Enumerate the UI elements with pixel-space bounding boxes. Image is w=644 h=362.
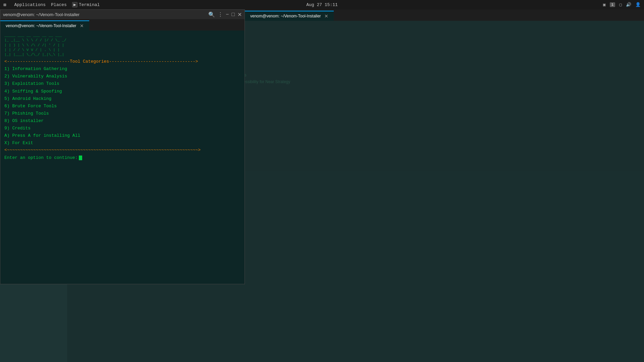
close-button[interactable]: ✕ <box>237 11 242 18</box>
cursor <box>79 156 82 160</box>
taskbar-left: ⊞ Applications Places ▶ Terminal <box>3 1 102 8</box>
terminal-icon: ▶ <box>72 2 77 7</box>
ascii-line1: _____ ___ __ ___ __ __ ___ <box>4 33 240 38</box>
menu-item-3: 3) Exploitation Tools <box>4 80 240 87</box>
app-grid-icon[interactable]: ⊞ <box>3 2 6 8</box>
user-icon: 👤 <box>635 2 641 7</box>
terminal-window-title: venom@venom: ~/Venom-Tool-Installer <box>3 12 79 17</box>
active-tab-label: venom@venom: ~/Venom-Tool-Installer <box>6 23 76 28</box>
menu-item-a: A) Press A for installing All <box>4 132 240 139</box>
second-tab-label: venom@venom: ~/Venom-Tool-Installer <box>250 14 321 18</box>
ascii-banner: _____ ___ __ ___ __ __ ___ |_ _|__ \ \ \… <box>4 33 240 57</box>
menu-item-6: 6) Brute Force Tools <box>4 103 240 110</box>
prompt-text: Enter an option to continue: <box>4 155 77 160</box>
menu-item-7: 7) Phishing Tools <box>4 110 240 117</box>
ascii-line2: |_ _|__ \ \ \ / / |/ / \_ _/ <box>4 38 240 43</box>
minimize-button[interactable]: − <box>226 11 229 17</box>
terminal-titlebar: venom@venom: ~/Venom-Tool-Installer 🔍 ⋮ … <box>0 10 245 19</box>
prompt-line: Enter an option to continue: <box>4 155 240 160</box>
menu-item-x: X) For Exit <box>4 139 240 147</box>
screen-icon: ▣ <box>603 2 606 7</box>
second-terminal-bar: venom@venom: ~/Venom-Tool-Installer ✕ <box>245 9 644 21</box>
maximize-button[interactable]: □ <box>231 11 235 17</box>
menu-item-4: 4) Sniffing & Spoofing <box>4 88 240 95</box>
applications-menu[interactable]: Applications <box>11 2 48 8</box>
nav-bar: Applications Places ▶ Terminal <box>11 1 102 8</box>
menu-item-2: 2) Vulnerabilty Analysis <box>4 73 240 80</box>
menu-separator-bottom: <~~~~~~~~~~~~~~~~~~~~~~~~~~~~~~~~~~~~~~~… <box>4 147 240 154</box>
second-tab[interactable]: venom@venom: ~/Venom-Tool-Installer ✕ <box>245 11 334 21</box>
terminal-content-area[interactable]: _____ ___ __ ___ __ __ ___ |_ _|__ \ \ \… <box>0 31 245 284</box>
ascii-line5: |_| |___| \_/\_/ |_|\_\ |_| <box>4 52 240 57</box>
ascii-line3: | | ) | \ \ /\ / /| ' / | | <box>4 43 240 48</box>
datetime-display: Aug 27 15:11 <box>306 2 338 7</box>
ascii-line4: | | / / \ V V / | . \ | | <box>4 48 240 52</box>
menu-item-5: 5) Android Hacking <box>4 95 240 103</box>
terminal-tabs-bar: venom@venom: ~/Venom-Tool-Installer ✕ <box>0 19 245 31</box>
active-tab-close[interactable]: ✕ <box>80 23 84 28</box>
window-icon: ▢ <box>619 2 622 7</box>
menu-item-9: 9) Credits <box>4 125 240 132</box>
menu-button[interactable]: ⋮ <box>218 11 223 18</box>
menu-separator-top: <------------------------Tool Categories… <box>4 58 240 65</box>
second-tab-close[interactable]: ✕ <box>324 13 328 19</box>
taskbar-right: ▣ 1 ▢ 🔊 👤 <box>603 2 641 7</box>
menu-item-8: 8) OS installer <box>4 117 240 125</box>
places-menu[interactable]: Places <box>48 2 69 8</box>
system-taskbar: ⊞ Applications Places ▶ Terminal Aug 27 … <box>0 0 644 9</box>
volume-icon[interactable]: 🔊 <box>626 2 631 7</box>
tab-active[interactable]: venom@venom: ~/Venom-Tool-Installer ✕ <box>0 20 89 31</box>
terminal-window: venom@venom: ~/Venom-Tool-Installer 🔍 ⋮ … <box>0 9 245 284</box>
titlebar-buttons: 🔍 ⋮ − □ ✕ <box>208 11 242 18</box>
workspace-badge[interactable]: 1 <box>610 2 615 7</box>
terminal-menu[interactable]: ▶ Terminal <box>69 1 102 8</box>
menu-item-1: 1) Information Gathering <box>4 65 240 73</box>
search-button[interactable]: 🔍 <box>208 11 215 18</box>
